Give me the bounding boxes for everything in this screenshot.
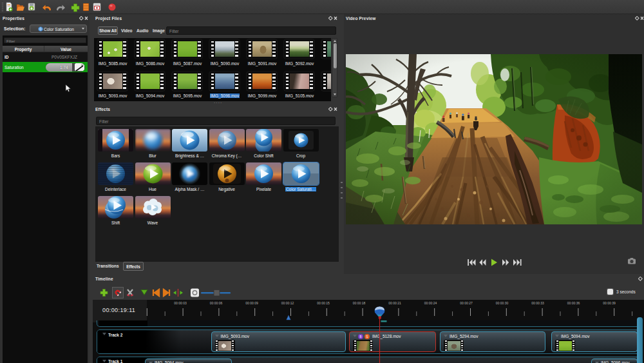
svg-text:00:00:33: 00:00:33 [531,301,544,305]
svg-text:00:00:12: 00:00:12 [281,301,294,305]
svg-text:00:00:21: 00:00:21 [388,301,401,305]
svg-text:00:00:15: 00:00:15 [317,301,330,305]
svg-text:00:00:18: 00:00:18 [353,301,366,305]
svg-text:00:00:03: 00:00:03 [174,301,187,305]
svg-text:00:00:27: 00:00:27 [460,301,473,305]
svg-text:00:00:36: 00:00:36 [567,301,580,305]
svg-text:00:00:30: 00:00:30 [496,301,509,305]
svg-text:00:00:09: 00:00:09 [245,301,258,305]
svg-text:00:00:24: 00:00:24 [424,301,437,305]
svg-text:00:00:39: 00:00:39 [603,301,616,305]
svg-text:00:00:06: 00:00:06 [210,301,223,305]
